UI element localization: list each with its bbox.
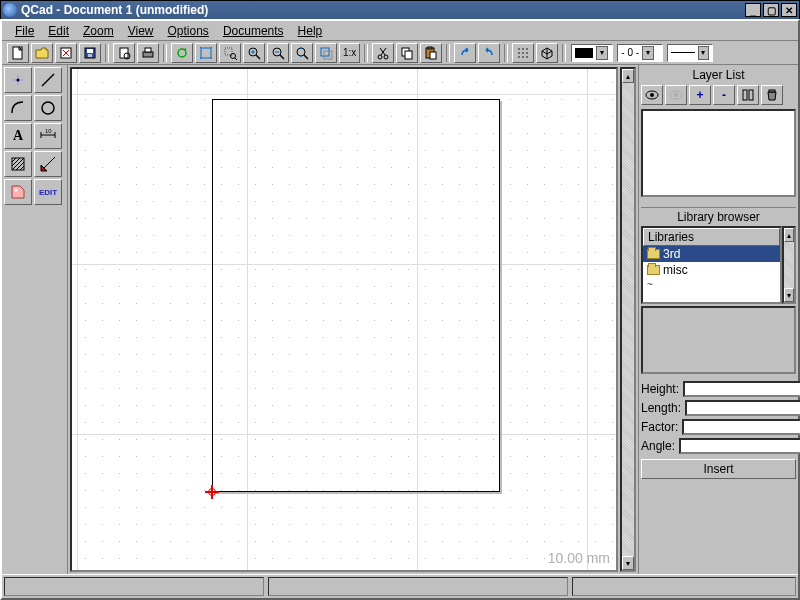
layer-list[interactable] (641, 109, 796, 197)
svg-point-11 (178, 49, 186, 57)
menu-options[interactable]: Options (161, 23, 216, 39)
redraw-button[interactable] (171, 43, 193, 63)
insert-button[interactable]: Insert (641, 459, 796, 479)
print-button[interactable] (137, 43, 159, 63)
svg-point-64 (674, 93, 678, 97)
scroll-up-button[interactable]: ▴ (622, 69, 634, 83)
origin-marker (205, 485, 219, 499)
svg-point-20 (273, 48, 281, 56)
vertical-scrollbar[interactable]: ▴ ▾ (620, 67, 636, 572)
svg-line-3 (63, 50, 69, 56)
svg-line-17 (256, 55, 260, 59)
library-scrollbar[interactable]: ▴ ▾ (782, 226, 796, 304)
scroll-down-button[interactable]: ▾ (784, 288, 794, 302)
length-input[interactable] (685, 400, 800, 416)
color-selector[interactable]: ▾ (571, 44, 613, 62)
tool-tag[interactable] (4, 179, 32, 205)
drawing-canvas[interactable]: 10.00 mm (70, 67, 618, 572)
library-header[interactable]: Libraries (643, 228, 780, 246)
height-input[interactable] (683, 381, 800, 397)
menu-help[interactable]: Help (291, 23, 330, 39)
svg-line-48 (42, 74, 54, 86)
factor-input[interactable] (682, 419, 800, 435)
print-preview-button[interactable] (113, 43, 135, 63)
close-button[interactable]: ✕ (781, 3, 797, 17)
new-button[interactable] (7, 43, 29, 63)
isometric-button[interactable] (536, 43, 558, 63)
tool-dimension[interactable]: 10 (34, 123, 62, 149)
tool-circle[interactable] (34, 95, 62, 121)
dropdown-icon: ▾ (596, 46, 608, 60)
open-button[interactable] (31, 43, 53, 63)
tool-arc[interactable] (4, 95, 32, 121)
svg-point-62 (650, 93, 654, 97)
svg-rect-10 (145, 48, 151, 52)
menu-edit[interactable]: Edit (41, 23, 76, 39)
svg-point-37 (523, 48, 525, 50)
layer-add-button[interactable]: + (689, 85, 711, 105)
svg-point-16 (249, 48, 257, 56)
tool-hatch[interactable] (4, 151, 32, 177)
menu-documents[interactable]: Documents (216, 23, 291, 39)
menu-view[interactable]: View (121, 23, 161, 39)
svg-rect-67 (769, 90, 775, 92)
undo-button[interactable] (454, 43, 476, 63)
scroll-up-button[interactable]: ▴ (784, 228, 794, 242)
svg-line-2 (63, 50, 69, 56)
svg-rect-35 (430, 52, 436, 59)
lineweight-label: - 0 - (621, 47, 639, 58)
zoom-in-button[interactable] (243, 43, 265, 63)
tool-point[interactable] (4, 67, 32, 93)
zoom-pan-button[interactable] (291, 43, 313, 63)
zoom-ratio-button[interactable]: 1:x (339, 43, 360, 63)
layer-delete-button[interactable] (761, 85, 783, 105)
scale-label: 10.00 mm (548, 550, 610, 566)
zoom-all-button[interactable] (195, 43, 217, 63)
tool-line[interactable] (34, 67, 62, 93)
separator (562, 44, 566, 62)
save-button[interactable] (79, 43, 101, 63)
svg-point-8 (124, 53, 130, 59)
cut-button[interactable] (372, 43, 394, 63)
layer-hidden-button[interactable] (665, 85, 687, 105)
svg-rect-0 (13, 47, 22, 59)
linetype-selector[interactable]: ▾ (667, 44, 713, 62)
svg-line-58 (16, 162, 24, 170)
tool-measure[interactable] (34, 151, 62, 177)
layer-remove-button[interactable]: - (713, 85, 735, 105)
zoom-previous-button[interactable] (315, 43, 337, 63)
library-items[interactable]: Libraries 3rd misc ~ (641, 226, 782, 304)
library-item-misc[interactable]: misc (643, 262, 780, 278)
copy-button[interactable] (396, 43, 418, 63)
lineweight-selector[interactable]: - 0 - ▾ (617, 44, 663, 62)
svg-line-21 (280, 55, 284, 59)
tool-edit[interactable]: EDIT (34, 179, 62, 205)
library-item-more[interactable]: ~ (643, 278, 780, 291)
paste-button[interactable] (420, 43, 442, 63)
zoom-window-button[interactable] (219, 43, 241, 63)
svg-rect-33 (426, 48, 434, 58)
grid-toggle-button[interactable] (512, 43, 534, 63)
left-toolbox: A 10 EDIT (2, 65, 68, 574)
close-doc-button[interactable] (55, 43, 77, 63)
main-toolbar: 1:x ▾ - 0 - ▾ ▾ (2, 41, 798, 65)
minimize-button[interactable]: _ (745, 3, 761, 17)
layer-edit-button[interactable] (737, 85, 759, 105)
svg-point-60 (15, 189, 18, 192)
angle-input[interactable] (679, 438, 800, 454)
svg-point-43 (523, 56, 525, 58)
layer-visible-button[interactable] (641, 85, 663, 105)
maximize-button[interactable]: ▢ (763, 3, 779, 17)
main-row: A 10 EDIT 10.00 mm ▴ ▾ La (2, 65, 798, 574)
menu-zoom[interactable]: Zoom (76, 23, 121, 39)
redo-button[interactable] (478, 43, 500, 63)
svg-point-28 (384, 55, 388, 59)
scroll-track[interactable] (622, 83, 634, 556)
zoom-out-button[interactable] (267, 43, 289, 63)
scroll-track[interactable] (784, 242, 794, 288)
library-item-3rd[interactable]: 3rd (643, 246, 780, 262)
tool-text[interactable]: A (4, 123, 32, 149)
scroll-down-button[interactable]: ▾ (622, 556, 634, 570)
menu-file[interactable]: File (8, 23, 41, 39)
folder-icon (647, 265, 660, 275)
